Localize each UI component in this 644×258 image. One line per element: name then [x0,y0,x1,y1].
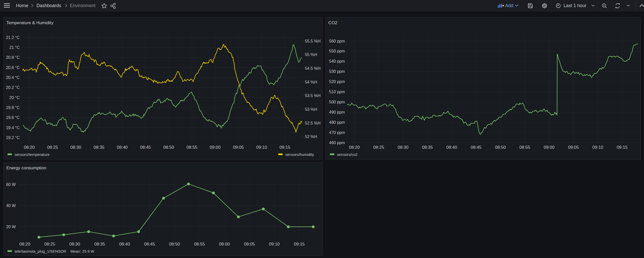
svg-text:08:55: 08:55 [519,145,530,150]
svg-text:09:10: 09:10 [256,145,267,150]
svg-text:09:15: 09:15 [294,242,305,247]
svg-text:08:40: 08:40 [119,242,130,247]
svg-text:52.5 %H: 52.5 %H [305,121,320,125]
svg-text:08:30: 08:30 [70,145,81,150]
svg-text:tele/tasmota_plug_1/SENSOR: tele/tasmota_plug_1/SENSOR [15,249,66,253]
svg-text:08:45: 08:45 [144,242,155,247]
svg-text:08:25: 08:25 [373,145,384,150]
svg-text:60 W: 60 W [6,182,16,187]
svg-text:550 ppm: 550 ppm [329,49,345,53]
svg-text:08:40: 08:40 [446,145,457,150]
svg-text:08:20: 08:20 [19,242,30,247]
svg-text:08:40: 08:40 [117,145,128,150]
svg-text:08:45: 08:45 [140,145,151,150]
svg-text:09:00: 09:00 [544,145,555,150]
svg-text:490 ppm: 490 ppm [329,110,345,114]
svg-text:53.5 %H: 53.5 %H [305,93,320,98]
svg-text:08:25: 08:25 [47,145,58,150]
svg-text:08:50: 08:50 [169,242,180,247]
svg-text:19.4 °C: 19.4 °C [6,126,20,130]
svg-text:20.2 °C: 20.2 °C [6,85,20,90]
svg-text:21 °C: 21 °C [9,45,20,50]
svg-text:08:50: 08:50 [163,145,174,150]
svg-text:40 W: 40 W [6,203,16,208]
svg-text:530 ppm: 530 ppm [329,69,345,74]
svg-text:08:20: 08:20 [24,145,35,150]
svg-text:09:05: 09:05 [568,145,579,150]
svg-text:09:10: 09:10 [592,145,603,150]
svg-text:08:50: 08:50 [495,145,506,150]
svg-text:19.2 °C: 19.2 °C [6,135,20,140]
svg-text:Mean: 25.9 W: Mean: 25.9 W [71,249,95,253]
svg-text:sensors/humidity: sensors/humidity [285,152,314,157]
svg-text:08:25: 08:25 [44,242,55,247]
svg-text:470 ppm: 470 ppm [329,130,345,135]
svg-text:520 ppm: 520 ppm [329,79,345,84]
svg-text:09:15: 09:15 [617,145,628,150]
svg-text:460 ppm: 460 ppm [329,141,345,145]
svg-text:55 %H: 55 %H [305,52,317,57]
svg-text:20.8 °C: 20.8 °C [6,55,20,60]
svg-text:08:45: 08:45 [471,145,482,150]
svg-text:sensors/co2: sensors/co2 [337,152,358,157]
svg-text:20.4 °C: 20.4 °C [6,75,20,80]
svg-text:08:20: 08:20 [349,145,360,150]
svg-text:20.6 °C: 20.6 °C [6,65,20,70]
svg-text:510 ppm: 510 ppm [329,90,345,94]
svg-text:19.6 °C: 19.6 °C [6,115,20,120]
svg-text:08:30: 08:30 [398,145,409,150]
svg-text:21.2 °C: 21.2 °C [6,35,20,40]
svg-text:08:55: 08:55 [194,242,205,247]
svg-text:09:05: 09:05 [233,145,244,150]
svg-text:540 ppm: 540 ppm [329,59,345,63]
svg-text:08:35: 08:35 [93,145,104,150]
svg-text:20 W: 20 W [6,225,16,229]
svg-text:09:00: 09:00 [210,145,221,150]
svg-text:08:55: 08:55 [186,145,197,150]
svg-text:54 %H: 54 %H [305,80,317,84]
svg-text:480 ppm: 480 ppm [329,120,345,125]
svg-text:09:05: 09:05 [244,242,255,247]
svg-text:sensors/temperature: sensors/temperature [15,152,50,157]
svg-text:53 %H: 53 %H [305,107,317,112]
svg-text:560 ppm: 560 ppm [329,39,345,43]
svg-text:09:10: 09:10 [269,242,280,247]
svg-text:09:15: 09:15 [279,145,290,150]
svg-text:09:00: 09:00 [219,242,230,247]
svg-text:52 %H: 52 %H [305,134,317,139]
svg-text:54.5 %H: 54.5 %H [305,66,320,71]
svg-text:08:30: 08:30 [69,242,80,247]
svg-text:08:35: 08:35 [94,242,105,247]
svg-text:500 ppm: 500 ppm [329,100,345,104]
svg-text:20 °C: 20 °C [9,96,20,100]
svg-text:08:35: 08:35 [422,145,433,150]
svg-text:19.8 °C: 19.8 °C [6,105,20,110]
svg-text:55.5 %H: 55.5 %H [305,39,320,43]
